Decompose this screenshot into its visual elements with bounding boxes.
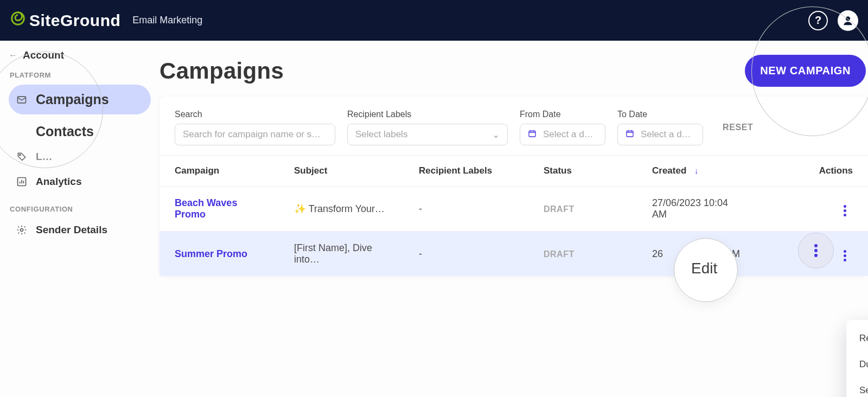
sidebar-item-labels-trunc[interactable]: L… [9, 145, 151, 168]
svg-rect-7 [627, 131, 633, 137]
svg-rect-6 [529, 131, 535, 137]
filters-row: Search Recipient Labels Select labels ⌄ … [159, 97, 868, 155]
svg-point-3 [19, 154, 21, 156]
new-campaign-button[interactable]: NEW CAMPAIGN [745, 55, 866, 87]
filter-label-search: Search [175, 110, 335, 119]
th-labels[interactable]: Recipient Labels [404, 156, 528, 187]
sidebar-item-sender-details[interactable]: Sender Details [9, 219, 151, 241]
campaign-link[interactable]: Summer Promo [175, 248, 247, 259]
sort-desc-icon: ↓ [694, 166, 699, 175]
bar-chart-icon [16, 176, 27, 187]
svg-point-1 [846, 16, 850, 21]
back-label: Account [23, 49, 64, 61]
status-badge: DRAFT [544, 204, 575, 214]
sidebar-item-label: Analytics [36, 176, 81, 188]
cell-subject: ✨ Transform Your… [279, 187, 404, 232]
th-created-label: Created [652, 165, 686, 176]
recipient-labels-select[interactable]: Select labels ⌄ [347, 124, 508, 145]
menu-item-duplicate[interactable]: Duplicate [846, 351, 868, 377]
cell-created: 27/06/2023 10:04 AM [637, 187, 756, 232]
th-campaign[interactable]: Campaign [159, 156, 279, 187]
row-actions-menu: Rename Duplicate Send [846, 320, 868, 397]
table-row: Summer Promo [First Name], Dive into… - … [159, 232, 868, 277]
help-icon[interactable]: ? [808, 11, 828, 30]
select-placeholder: Select labels [355, 129, 407, 140]
svg-point-5 [21, 229, 23, 232]
tag-icon [16, 151, 27, 162]
gear-icon [16, 225, 27, 235]
campaigns-card: Search Recipient Labels Select labels ⌄ … [159, 97, 868, 276]
search-input[interactable] [175, 124, 335, 145]
menu-item-send[interactable]: Send [846, 377, 868, 397]
calendar-icon [528, 129, 537, 140]
page-title: Campaigns [159, 58, 284, 84]
cell-labels: - [404, 187, 528, 232]
th-status[interactable]: Status [528, 156, 637, 187]
back-to-account[interactable]: ← Account [9, 49, 151, 61]
row-actions-button[interactable] [837, 247, 853, 264]
status-badge: DRAFT [544, 249, 575, 259]
menu-item-rename[interactable]: Rename [846, 325, 868, 351]
from-date-input[interactable]: Select a d… [520, 124, 605, 145]
sidebar-item-label: Sender Details [36, 224, 107, 236]
filter-label-recipient-labels: Recipient Labels [347, 110, 508, 119]
cell-subject: [First Name], Dive into… [279, 232, 404, 277]
cell-labels: - [404, 232, 528, 277]
logo-swirl-icon [10, 10, 26, 30]
sidebar: ← Account PLATFORM Campaigns Contacts L…… [0, 41, 159, 397]
envelope-icon [16, 94, 27, 105]
logo[interactable]: SiteGround [10, 10, 120, 30]
to-date-input[interactable]: Select a d… [617, 124, 703, 145]
sidebar-item-campaigns[interactable]: Campaigns [9, 85, 151, 114]
sidebar-section-config: CONFIGURATION [10, 205, 151, 213]
sidebar-item-label: L… [36, 151, 53, 163]
table-row: Beach Waves Promo ✨ Transform Your… - DR… [159, 187, 868, 232]
th-actions: Actions [756, 156, 868, 187]
sidebar-section-platform: PLATFORM [10, 71, 151, 79]
campaigns-table: Campaign Subject Recipient Labels Status… [159, 155, 868, 276]
filter-label-from-date: From Date [520, 110, 605, 119]
sidebar-item-label: Contacts [36, 124, 94, 139]
main-content: Campaigns NEW CAMPAIGN Search Recipient … [159, 41, 868, 397]
logo-text: SiteGround [29, 11, 120, 30]
arrow-left-icon: ← [9, 50, 17, 60]
date-placeholder: Select a d… [641, 129, 691, 140]
header-subtitle: Email Marketing [132, 15, 202, 26]
cell-created: 26 :02 PM [637, 232, 756, 277]
chevron-down-icon: ⌄ [492, 129, 500, 140]
filter-label-to-date: To Date [617, 110, 703, 119]
row-actions-button[interactable] [837, 202, 853, 219]
person-icon [842, 15, 854, 27]
campaign-link[interactable]: Beach Waves Promo [175, 197, 237, 220]
reset-button[interactable]: RESET [719, 117, 756, 138]
profile-avatar[interactable] [838, 10, 858, 31]
calendar-icon [626, 129, 634, 140]
sidebar-item-contacts[interactable]: Contacts [9, 117, 151, 146]
sidebar-item-analytics[interactable]: Analytics [9, 170, 151, 193]
top-header: SiteGround Email Marketing ? [0, 0, 868, 41]
th-created[interactable]: Created ↓ [637, 156, 756, 187]
th-subject[interactable]: Subject [279, 156, 404, 187]
date-placeholder: Select a d… [543, 129, 593, 140]
sidebar-item-label: Campaigns [36, 92, 109, 107]
